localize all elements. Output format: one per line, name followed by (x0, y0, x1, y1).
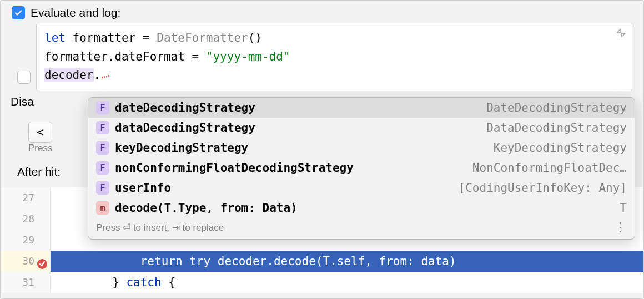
collapse-icon[interactable] (616, 28, 626, 40)
completion-item-type: T (620, 201, 627, 215)
gutter-line[interactable]: 27 (1, 187, 50, 208)
completion-item-type: DataDecodingStrategy (486, 121, 627, 134)
completion-item[interactable]: FdateDecodingStrategyDateDecodingStrateg… (88, 98, 635, 118)
after-hit-label: After hit: (17, 165, 61, 178)
completion-item-name: nonConformingFloatDecodingStrategy (115, 161, 354, 175)
editor-line-2: formatter.dateFormat = "yyyy-mm-dd" (44, 48, 624, 67)
field-badge-icon: F (96, 101, 109, 114)
breakpoint-icon[interactable] (37, 256, 48, 267)
field-badge-icon: F (96, 161, 109, 175)
disable-label-fragment: Disa (11, 95, 34, 108)
completion-item[interactable]: mdecode(T.Type, from: Data)T (88, 198, 635, 218)
completion-item-type: [CodingUserInfoKey: Any] (459, 181, 627, 195)
completion-hint: Press ⏎ to insert, ⇥ to replace (96, 222, 224, 233)
evaluate-checkbox[interactable] (12, 6, 25, 19)
completion-item[interactable]: FuserInfo[CodingUserInfoKey: Any] (88, 178, 635, 198)
completion-item-name: userInfo (115, 181, 171, 195)
code-line: } catch { (51, 272, 643, 293)
code-line-current: return try decoder.decode(T.self, from: … (51, 251, 643, 272)
gutter-line-current[interactable]: 30 (1, 251, 50, 272)
completion-item-type: KeyDecodingStrategy (494, 141, 627, 155)
check-icon (14, 8, 23, 17)
evaluate-label: Evaluate and log: (31, 6, 120, 19)
completion-item-name: keyDecodingStrategy (115, 141, 248, 155)
gutter-line[interactable]: 28 (1, 208, 50, 230)
code-editor[interactable]: let formatter = DateFormatter() formatte… (36, 23, 632, 91)
gutter-line[interactable]: 29 (1, 230, 50, 251)
field-badge-icon: F (96, 141, 109, 155)
completion-item-name: dateDecodingStrategy (115, 101, 255, 114)
field-badge-icon: F (96, 121, 109, 134)
method-badge-icon: m (96, 201, 109, 215)
completion-item[interactable]: FkeyDecodingStrategyKeyDecodingStrategy (88, 138, 635, 158)
completion-item[interactable]: FnonConformingFloatDecodingStrategyNonCo… (88, 158, 635, 178)
press-hint: Press (28, 143, 52, 154)
completion-item-type: NonConformingFloatDec… (472, 161, 627, 175)
dropdown-button[interactable]: < (28, 122, 52, 143)
gutter: 27 28 29 30 31 (1, 187, 51, 293)
completion-item[interactable]: FdataDecodingStrategyDataDecodingStrateg… (88, 118, 635, 138)
editor-line-1: let formatter = DateFormatter() (44, 29, 624, 48)
completion-popup: FdateDecodingStrategyDateDecodingStrateg… (88, 97, 635, 240)
completion-item-type: DateDecodingStrategy (486, 101, 627, 114)
field-badge-icon: F (96, 181, 109, 195)
more-icon[interactable]: ⋮ (614, 221, 627, 233)
editor-line-3: decoder. (44, 66, 624, 85)
completion-item-name: dataDecodingStrategy (115, 121, 255, 134)
secondary-checkbox[interactable] (17, 71, 31, 84)
gutter-line[interactable]: 31 (1, 272, 50, 293)
completion-footer: Press ⏎ to insert, ⇥ to replace ⋮ (88, 218, 635, 239)
completion-item-name: decode(T.Type, from: Data) (115, 201, 298, 215)
